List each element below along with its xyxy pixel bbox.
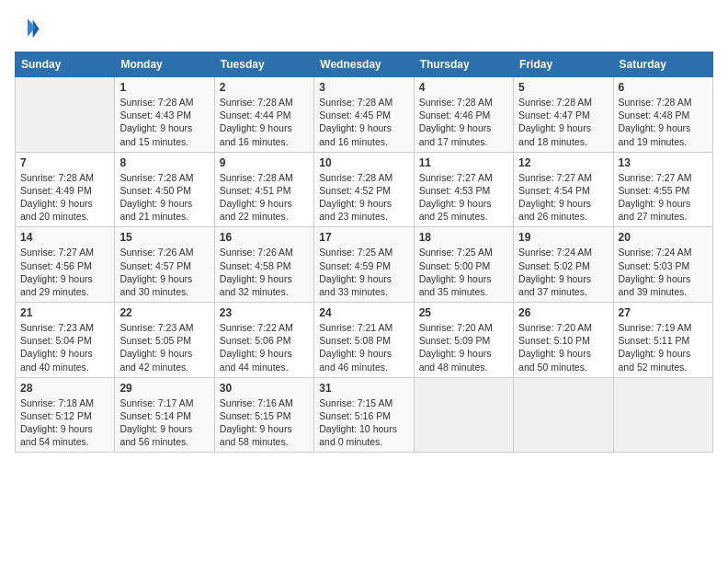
day-number: 28: [20, 382, 109, 395]
day-cell: 3Sunrise: 7:28 AM Sunset: 4:45 PM Daylig…: [314, 77, 414, 153]
day-cell: 27Sunrise: 7:19 AM Sunset: 5:11 PM Dayli…: [613, 303, 712, 378]
week-row-1: 1Sunrise: 7:28 AM Sunset: 4:43 PM Daylig…: [16, 77, 713, 153]
page-header: [15, 15, 713, 40]
day-cell: 29Sunrise: 7:17 AM Sunset: 5:14 PM Dayli…: [115, 377, 214, 453]
day-cell: 11Sunrise: 7:27 AM Sunset: 4:53 PM Dayli…: [414, 152, 513, 227]
week-row-2: 7Sunrise: 7:28 AM Sunset: 4:49 PM Daylig…: [16, 152, 713, 227]
day-number: 15: [119, 231, 209, 244]
column-header-thursday: Thursday: [414, 52, 513, 77]
day-cell: 26Sunrise: 7:20 AM Sunset: 5:10 PM Dayli…: [514, 303, 613, 378]
calendar-header-row: SundayMondayTuesdayWednesdayThursdayFrid…: [16, 52, 713, 77]
day-number: 9: [220, 156, 309, 169]
day-number: 1: [119, 81, 209, 94]
day-info: Sunrise: 7:27 AM Sunset: 4:54 PM Dayligh…: [518, 171, 608, 224]
day-info: Sunrise: 7:19 AM Sunset: 5:11 PM Dayligh…: [619, 321, 708, 373]
day-number: 21: [20, 306, 109, 319]
day-number: 7: [20, 156, 109, 169]
day-number: 26: [518, 306, 608, 319]
week-row-4: 21Sunrise: 7:23 AM Sunset: 5:04 PM Dayli…: [16, 303, 713, 378]
day-info: Sunrise: 7:27 AM Sunset: 4:55 PM Dayligh…: [619, 171, 708, 224]
column-header-wednesday: Wednesday: [314, 52, 414, 77]
day-number: 23: [220, 306, 309, 319]
day-info: Sunrise: 7:28 AM Sunset: 4:47 PM Dayligh…: [518, 96, 608, 148]
day-cell: 22Sunrise: 7:23 AM Sunset: 5:05 PM Dayli…: [115, 303, 214, 378]
day-number: 10: [319, 156, 408, 169]
day-info: Sunrise: 7:25 AM Sunset: 5:00 PM Dayligh…: [419, 246, 508, 298]
day-info: Sunrise: 7:28 AM Sunset: 4:49 PM Dayligh…: [20, 171, 109, 224]
day-cell: 15Sunrise: 7:26 AM Sunset: 4:57 PM Dayli…: [115, 227, 214, 303]
day-number: 19: [518, 231, 608, 244]
day-number: 22: [119, 306, 209, 319]
day-cell: 2Sunrise: 7:28 AM Sunset: 4:44 PM Daylig…: [214, 77, 313, 153]
day-number: 14: [20, 231, 109, 244]
logo-icon: [15, 15, 40, 40]
day-info: Sunrise: 7:24 AM Sunset: 5:02 PM Dayligh…: [518, 246, 608, 298]
day-cell: 21Sunrise: 7:23 AM Sunset: 5:04 PM Dayli…: [16, 303, 115, 378]
logo: [15, 15, 44, 40]
day-cell: 7Sunrise: 7:28 AM Sunset: 4:49 PM Daylig…: [16, 152, 115, 227]
day-info: Sunrise: 7:20 AM Sunset: 5:09 PM Dayligh…: [419, 321, 508, 373]
day-info: Sunrise: 7:23 AM Sunset: 5:05 PM Dayligh…: [119, 321, 209, 373]
calendar-body: 1Sunrise: 7:28 AM Sunset: 4:43 PM Daylig…: [16, 77, 713, 453]
day-info: Sunrise: 7:17 AM Sunset: 5:14 PM Dayligh…: [119, 396, 209, 449]
day-cell: 31Sunrise: 7:15 AM Sunset: 5:16 PM Dayli…: [314, 377, 414, 453]
day-number: 29: [119, 382, 209, 395]
day-cell: 1Sunrise: 7:28 AM Sunset: 4:43 PM Daylig…: [115, 77, 214, 153]
day-cell: 12Sunrise: 7:27 AM Sunset: 4:54 PM Dayli…: [514, 152, 613, 227]
day-cell: [613, 377, 712, 453]
day-cell: 19Sunrise: 7:24 AM Sunset: 5:02 PM Dayli…: [514, 227, 613, 303]
day-number: 3: [319, 81, 408, 94]
day-cell: [514, 377, 613, 453]
day-info: Sunrise: 7:18 AM Sunset: 5:12 PM Dayligh…: [20, 396, 109, 449]
day-info: Sunrise: 7:28 AM Sunset: 4:45 PM Dayligh…: [319, 96, 408, 148]
day-number: 17: [319, 231, 408, 244]
column-header-friday: Friday: [514, 52, 613, 77]
day-cell: 10Sunrise: 7:28 AM Sunset: 4:52 PM Dayli…: [314, 152, 414, 227]
calendar-table: SundayMondayTuesdayWednesdayThursdayFrid…: [15, 52, 713, 453]
day-info: Sunrise: 7:22 AM Sunset: 5:06 PM Dayligh…: [220, 321, 309, 373]
day-number: 18: [419, 231, 508, 244]
day-info: Sunrise: 7:28 AM Sunset: 4:46 PM Dayligh…: [419, 96, 508, 148]
day-info: Sunrise: 7:27 AM Sunset: 4:56 PM Dayligh…: [20, 246, 109, 298]
day-cell: [16, 77, 115, 153]
day-number: 8: [119, 156, 209, 169]
day-number: 11: [419, 156, 508, 169]
day-number: 25: [419, 306, 508, 319]
day-info: Sunrise: 7:28 AM Sunset: 4:50 PM Dayligh…: [119, 171, 209, 224]
day-cell: 9Sunrise: 7:28 AM Sunset: 4:51 PM Daylig…: [214, 152, 313, 227]
day-info: Sunrise: 7:23 AM Sunset: 5:04 PM Dayligh…: [20, 321, 109, 373]
day-cell: 25Sunrise: 7:20 AM Sunset: 5:09 PM Dayli…: [414, 303, 513, 378]
day-cell: 28Sunrise: 7:18 AM Sunset: 5:12 PM Dayli…: [16, 377, 115, 453]
day-number: 24: [319, 306, 408, 319]
day-info: Sunrise: 7:25 AM Sunset: 4:59 PM Dayligh…: [319, 246, 408, 298]
day-number: 16: [220, 231, 309, 244]
day-info: Sunrise: 7:24 AM Sunset: 5:03 PM Dayligh…: [619, 246, 708, 298]
day-number: 31: [319, 382, 408, 395]
day-cell: 5Sunrise: 7:28 AM Sunset: 4:47 PM Daylig…: [514, 77, 613, 153]
day-info: Sunrise: 7:28 AM Sunset: 4:52 PM Dayligh…: [319, 171, 408, 224]
day-number: 13: [619, 156, 708, 169]
day-cell: 30Sunrise: 7:16 AM Sunset: 5:15 PM Dayli…: [214, 377, 313, 453]
day-info: Sunrise: 7:28 AM Sunset: 4:43 PM Dayligh…: [119, 96, 209, 148]
day-number: 5: [518, 81, 608, 94]
day-info: Sunrise: 7:21 AM Sunset: 5:08 PM Dayligh…: [319, 321, 408, 373]
day-number: 27: [619, 306, 708, 319]
day-info: Sunrise: 7:26 AM Sunset: 4:58 PM Dayligh…: [220, 246, 309, 298]
day-info: Sunrise: 7:16 AM Sunset: 5:15 PM Dayligh…: [220, 396, 309, 449]
day-cell: 16Sunrise: 7:26 AM Sunset: 4:58 PM Dayli…: [214, 227, 313, 303]
day-info: Sunrise: 7:28 AM Sunset: 4:44 PM Dayligh…: [220, 96, 309, 148]
column-header-saturday: Saturday: [613, 52, 712, 77]
day-info: Sunrise: 7:26 AM Sunset: 4:57 PM Dayligh…: [119, 246, 209, 298]
day-cell: 14Sunrise: 7:27 AM Sunset: 4:56 PM Dayli…: [16, 227, 115, 303]
day-cell: 6Sunrise: 7:28 AM Sunset: 4:48 PM Daylig…: [613, 77, 712, 153]
column-header-sunday: Sunday: [16, 52, 115, 77]
day-number: 30: [220, 382, 309, 395]
day-cell: 20Sunrise: 7:24 AM Sunset: 5:03 PM Dayli…: [613, 227, 712, 303]
day-number: 12: [518, 156, 608, 169]
day-cell: 24Sunrise: 7:21 AM Sunset: 5:08 PM Dayli…: [314, 303, 414, 378]
day-cell: 23Sunrise: 7:22 AM Sunset: 5:06 PM Dayli…: [214, 303, 313, 378]
day-number: 4: [419, 81, 508, 94]
day-info: Sunrise: 7:27 AM Sunset: 4:53 PM Dayligh…: [419, 171, 508, 224]
day-info: Sunrise: 7:28 AM Sunset: 4:51 PM Dayligh…: [220, 171, 309, 224]
day-number: 6: [619, 81, 708, 94]
